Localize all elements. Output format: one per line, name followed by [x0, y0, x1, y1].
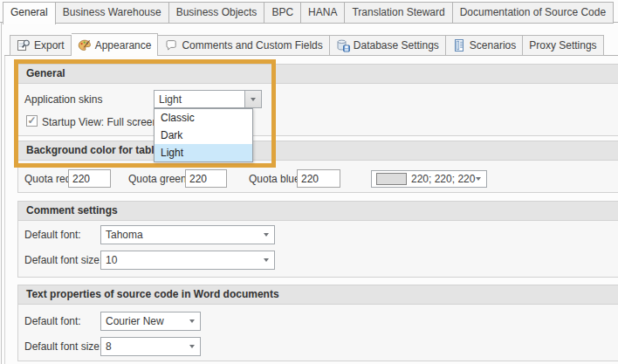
application-skins-combobox[interactable]: Light [154, 90, 262, 108]
database-icon [336, 38, 350, 52]
divider [1, 23, 2, 364]
quota-red-label: Quota red [24, 173, 71, 185]
tab-label: Business Objects [176, 6, 258, 18]
application-skins-label: Application skins [24, 93, 102, 106]
skins-dropdown-list: Classic Dark Light [154, 108, 253, 162]
tab-bpc[interactable]: BPC [264, 2, 301, 24]
comment-font-value: Tahoma [101, 229, 264, 241]
application-skins-value: Light [154, 93, 244, 106]
comment-font-size-value: 10 [101, 254, 264, 266]
secondary-tab-bar: Export Appearance Comments and Custom Fi… [10, 33, 604, 56]
speech-bubble-icon [164, 38, 178, 52]
group-background-color: Background color for tabl Quota red Quot… [17, 141, 618, 193]
checkmark-icon: ✓ [27, 116, 36, 125]
chevron-down-icon [264, 233, 269, 237]
group-comment-settings-title: Comment settings [18, 202, 618, 221]
quota-red-input[interactable] [68, 169, 111, 188]
default-font-size-label: Default font size: [24, 254, 102, 266]
tab-export[interactable]: Export [10, 35, 72, 56]
dropdown-option-classic[interactable]: Classic [154, 109, 252, 127]
tab-label: Translation Steward [352, 6, 444, 18]
color-swatch [376, 173, 407, 185]
dropdown-option-light[interactable]: Light [154, 144, 252, 161]
word-font-size-value: 8 [101, 340, 189, 353]
tab-label: Appearance [95, 39, 152, 52]
rgb-color-combobox[interactable]: 220; 220; 220 [371, 170, 487, 188]
chevron-down-icon [476, 177, 481, 181]
tab-label: General [10, 6, 48, 18]
word-font-size-combobox[interactable]: 8 [100, 337, 201, 356]
document-icon [452, 38, 466, 52]
default-font-label: Default font: [24, 229, 81, 241]
group-word-text-properties-title: Text properties of source code in Word d… [18, 285, 618, 305]
tab-label: Proxy Settings [529, 39, 596, 52]
quota-green-label: Quota green [128, 173, 187, 185]
group-general-title: General [18, 65, 618, 84]
dropdown-option-dark[interactable]: Dark [154, 127, 252, 144]
combobox-open-button[interactable] [244, 91, 261, 107]
quota-blue-label: Quota blue [249, 173, 300, 185]
tab-proxy-settings[interactable]: Proxy Settings [523, 35, 603, 56]
comment-font-size-combobox[interactable]: 10 [100, 251, 275, 270]
tab-hana[interactable]: HANA [301, 2, 345, 24]
tab-scenarios[interactable]: Scenarios [446, 35, 523, 56]
startup-fullscreen-checkbox[interactable]: ✓ [26, 115, 38, 127]
tab-label: Documentation of Source Code [460, 6, 606, 18]
chevron-down-icon [264, 258, 269, 262]
tab-business-warehouse[interactable]: Business Warehouse [56, 2, 169, 24]
tab-appearance[interactable]: Appearance [72, 33, 159, 56]
group-word-text-properties: Text properties of source code in Word d… [17, 285, 618, 361]
tab-translation-steward[interactable]: Translation Steward [345, 2, 452, 24]
tab-comments-and-custom-fields[interactable]: Comments and Custom Fields [158, 35, 329, 56]
group-comment-settings: Comment settings Default font: Tahoma De… [17, 201, 618, 278]
settings-window: General Business Warehouse Business Obje… [0, 0, 618, 364]
word-font-value: Courier New [101, 315, 189, 327]
rgb-color-value: 220; 220; 220 [411, 173, 476, 185]
group-general: General Application skins Light ✓ Startu… [17, 64, 618, 136]
export-icon [17, 38, 31, 52]
tab-label: BPC [271, 6, 293, 18]
default-font-size-label: Default font size: [24, 340, 102, 353]
tab-label: Database Settings [354, 39, 439, 52]
chevron-down-icon [251, 98, 256, 101]
tab-database-settings[interactable]: Database Settings [330, 35, 446, 56]
startup-fullscreen-label: Startup View: Full screen [42, 116, 158, 128]
primary-tab-bar: General Business Warehouse Business Obje… [3, 2, 614, 24]
tab-label: Comments and Custom Fields [182, 39, 322, 52]
quota-green-input[interactable] [185, 169, 227, 188]
quota-blue-input[interactable] [297, 169, 340, 188]
comment-font-combobox[interactable]: Tahoma [100, 225, 275, 244]
tab-business-objects[interactable]: Business Objects [169, 2, 265, 24]
tab-label: Export [34, 39, 65, 52]
tab-label: Business Warehouse [63, 6, 161, 18]
word-font-combobox[interactable]: Courier New [100, 312, 201, 331]
default-font-label: Default font: [24, 315, 81, 327]
divider [4, 56, 5, 364]
chevron-down-icon [189, 319, 195, 323]
tab-label: HANA [308, 6, 337, 18]
palette-icon [78, 38, 92, 52]
chevron-down-icon [189, 345, 195, 348]
tab-general[interactable]: General [3, 2, 56, 24]
group-background-color-title: Background color for tabl [18, 141, 618, 161]
tab-label: Scenarios [470, 39, 516, 52]
tab-documentation-of-source-code[interactable]: Documentation of Source Code [453, 2, 614, 24]
